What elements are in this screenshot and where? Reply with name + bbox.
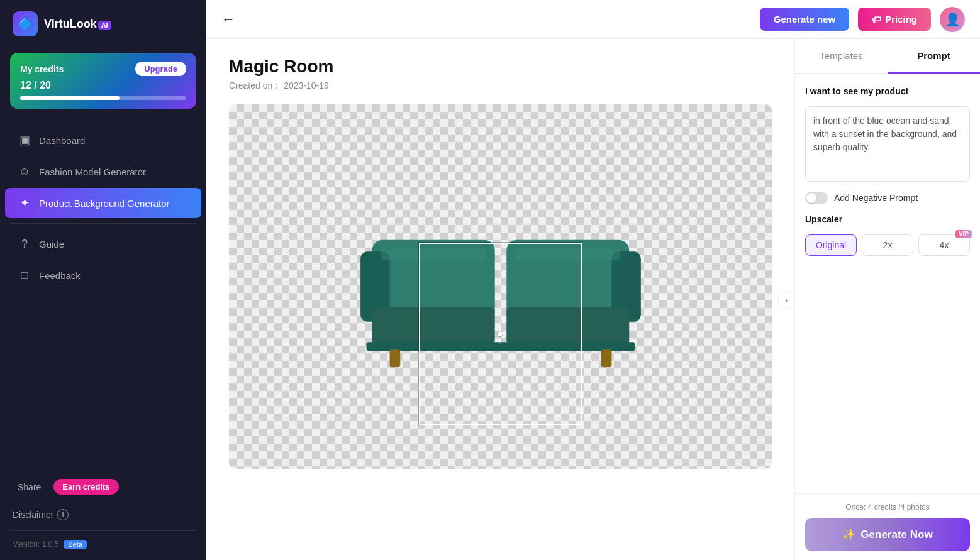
disclaimer-icon: ℹ xyxy=(57,509,69,520)
collapse-button[interactable]: › xyxy=(777,291,795,309)
pricing-button[interactable]: 🏷 Pricing xyxy=(858,8,931,31)
upscaler-2x-button[interactable]: 2x xyxy=(862,234,913,256)
credits-label: My credits xyxy=(20,64,64,74)
negative-prompt-label: Add Negative Prompt xyxy=(834,193,918,203)
upscaler-4x-button[interactable]: 4x VIP xyxy=(918,234,970,256)
pricing-label: Pricing xyxy=(885,14,917,25)
sidebar-item-fashion-model[interactable]: ☺ Fashion Model Generator xyxy=(5,156,201,187)
sofa-illustration xyxy=(337,199,664,375)
sidebar-item-dashboard[interactable]: ▣ Dashboard xyxy=(5,125,201,155)
beta-badge: Beta xyxy=(64,540,87,549)
right-panel: Templates Prompt I want to see my produc… xyxy=(794,39,980,560)
svg-rect-11 xyxy=(515,249,620,261)
fashion-model-icon: ☺ xyxy=(18,165,31,178)
panel-tabs: Templates Prompt xyxy=(795,39,980,74)
logo-text: VirtuLookAI xyxy=(44,18,111,31)
logo-icon: 🔷 xyxy=(13,11,38,36)
sidebar-item-guide[interactable]: ? Guide xyxy=(5,229,201,259)
sidebar-item-label: Guide xyxy=(39,239,64,250)
prompt-textarea[interactable]: in front of the blue ocean and sand, wit… xyxy=(805,106,970,182)
nav-section: ▣ Dashboard ☺ Fashion Model Generator ✦ … xyxy=(0,119,206,464)
sidebar-item-label: Feedback xyxy=(39,270,81,281)
svg-rect-4 xyxy=(372,307,494,345)
upscaler-original-button[interactable]: Original xyxy=(805,234,857,256)
sidebar-item-product-bg[interactable]: ✦ Product Background Generator xyxy=(5,188,201,218)
credit-note: Once: 4 credits /4 photos xyxy=(805,503,970,512)
panel-body: I want to see my product in front of the… xyxy=(795,74,980,493)
vip-badge: VIP xyxy=(955,230,972,238)
page-meta-prefix: Created on： xyxy=(229,80,281,91)
topbar-right: Generate new 🏷 Pricing 👤 xyxy=(760,7,965,32)
pricing-icon: 🏷 xyxy=(872,14,881,25)
version-label: Version: 1.0.5 xyxy=(13,540,58,549)
image-canvas[interactable] xyxy=(229,104,772,469)
bottom-divider xyxy=(10,530,196,531)
sidebar-item-disclaimer[interactable]: Disclaimer ℹ xyxy=(0,504,206,525)
earn-credits-button[interactable]: Earn credits xyxy=(53,479,118,495)
main-content: ← Generate new 🏷 Pricing 👤 Magic Room Cr… xyxy=(206,0,980,560)
generate-now-button[interactable]: ✨ Generate Now xyxy=(805,518,970,551)
sidebar-item-label: Dashboard xyxy=(39,135,85,146)
panel-footer: Once: 4 credits /4 photos ✨ Generate Now xyxy=(795,493,980,560)
negative-prompt-row: Add Negative Prompt xyxy=(805,192,970,204)
generate-now-label: Generate Now xyxy=(860,529,932,541)
svg-rect-8 xyxy=(601,349,611,367)
upscaler-buttons: Original 2x 4x VIP xyxy=(805,234,970,256)
page-meta-date: 2023-10-19 xyxy=(284,80,329,91)
page-title: Magic Room xyxy=(229,57,772,77)
credits-bar-fill xyxy=(20,96,120,100)
credits-card: My credits Upgrade 12 / 20 xyxy=(10,53,196,109)
guide-icon: ? xyxy=(18,237,31,251)
generate-new-button[interactable]: Generate new xyxy=(760,8,849,31)
generate-now-icon: ✨ xyxy=(842,528,855,541)
back-button[interactable]: ← xyxy=(221,11,235,28)
nav-divider xyxy=(10,223,196,224)
negative-prompt-toggle[interactable] xyxy=(805,192,828,204)
svg-rect-6 xyxy=(366,342,635,351)
feedback-icon: □ xyxy=(18,268,31,282)
dashboard-icon: ▣ xyxy=(18,133,31,147)
avatar[interactable]: 👤 xyxy=(940,7,965,32)
toggle-knob xyxy=(806,193,816,203)
tab-prompt[interactable]: Prompt xyxy=(888,39,980,74)
svg-rect-5 xyxy=(506,307,629,345)
version-row: Version: 1.0.5 Beta xyxy=(0,536,206,552)
upscaler-label: Upscaler xyxy=(805,214,970,224)
image-panel: Magic Room Created on： 2023-10-19 xyxy=(206,39,794,560)
sidebar-item-label: Product Background Generator xyxy=(39,198,170,209)
product-bg-icon: ✦ xyxy=(18,196,31,210)
page-meta: Created on： 2023-10-19 xyxy=(229,80,772,92)
topbar: ← Generate new 🏷 Pricing 👤 xyxy=(206,0,980,39)
logo-area: 🔷 VirtuLookAI xyxy=(0,0,206,48)
prompt-heading: I want to see my product xyxy=(805,86,970,96)
svg-rect-7 xyxy=(389,349,400,367)
sidebar-item-feedback[interactable]: □ Feedback xyxy=(5,260,201,290)
credits-amount: 12 / 20 xyxy=(20,80,186,91)
credits-bar-background xyxy=(20,96,186,100)
sidebar: 🔷 VirtuLookAI My credits Upgrade 12 / 20… xyxy=(0,0,206,560)
content-area: Magic Room Created on： 2023-10-19 xyxy=(206,39,980,560)
sidebar-item-label: Fashion Model Generator xyxy=(39,167,146,177)
logo-name: VirtuLook xyxy=(44,18,97,30)
logo-ai-badge: AI xyxy=(98,21,111,30)
sidebar-bottom: Share Earn credits Disclaimer ℹ Version:… xyxy=(0,464,206,560)
topbar-left: ← xyxy=(221,11,235,28)
tab-templates[interactable]: Templates xyxy=(795,39,888,74)
svg-rect-10 xyxy=(381,249,486,261)
upgrade-button[interactable]: Upgrade xyxy=(135,62,186,76)
disclaimer-label: Disclaimer xyxy=(13,510,53,520)
sidebar-item-earn-credits[interactable]: Share Earn credits xyxy=(5,471,201,503)
earn-credits-prefix: Share xyxy=(18,482,41,492)
